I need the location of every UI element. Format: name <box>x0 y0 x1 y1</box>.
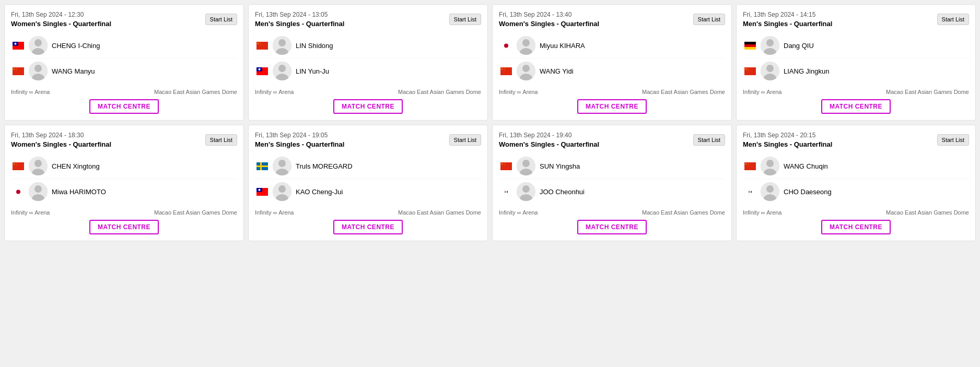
card-header-m2: Fri, 13th Sep 2024 - 13:05 Men's Singles… <box>255 11 481 28</box>
player2-name-m8: CHO Daeseong <box>784 188 832 196</box>
venue-row-m8: Infinity ∞ Arena Macao East Asian Games … <box>743 209 969 216</box>
svg-rect-6 <box>13 67 24 75</box>
match-card-m8: Fri, 13th Sep 2024 - 20:15 Men's Singles… <box>736 125 976 241</box>
player1-name-m3: Miyuu KIHARA <box>540 42 585 50</box>
match-title-m3: Women's Singles - Quarterfinal <box>499 20 599 28</box>
svg-rect-85 <box>500 162 512 170</box>
svg-point-92 <box>522 160 530 167</box>
match-date-m8: Fri, 13th Sep 2024 - 20:15 <box>743 132 832 139</box>
players-section-m1: CHENG I-Ching WANG Manyu <box>11 33 237 84</box>
player1-row-m1: CHENG I-Ching <box>11 33 237 58</box>
svg-point-97 <box>522 185 530 193</box>
start-list-button-m5[interactable]: Start List <box>205 134 237 146</box>
match-title-m4: Men's Singles - Quarterfinal <box>743 20 832 28</box>
start-list-button-m6[interactable]: Start List <box>449 134 481 146</box>
match-title-m1: Women's Singles - Quarterfinal <box>11 20 111 28</box>
player2-avatar-m1 <box>29 62 48 80</box>
svg-point-66 <box>34 160 42 167</box>
svg-rect-44 <box>744 42 756 44</box>
card-meta-m4: Fri, 13th Sep 2024 - 14:15 Men's Singles… <box>743 11 832 28</box>
svg-rect-35 <box>500 67 512 75</box>
match-date-m3: Fri, 13th Sep 2024 - 13:40 <box>499 11 599 18</box>
player2-avatar-m4 <box>761 62 779 80</box>
start-list-button-m8[interactable]: Start List <box>937 134 969 146</box>
player2-flag-m5 <box>11 186 26 197</box>
match-title-m8: Men's Singles - Quarterfinal <box>743 140 832 148</box>
match-card-m7: Fri, 13th Sep 2024 - 19:40 Women's Singl… <box>492 125 732 241</box>
match-centre-button-m5[interactable]: MATCH CENTRE <box>89 220 159 234</box>
player2-row-m2: LIN Yun-Ju <box>255 58 481 84</box>
venue1-m2: Infinity ∞ Arena <box>255 89 294 95</box>
player1-name-m5: CHEN Xingtong <box>52 162 100 170</box>
card-meta-m2: Fri, 13th Sep 2024 - 13:05 Men's Singles… <box>255 11 344 28</box>
venue1-m7: Infinity ∞ Arena <box>499 209 538 216</box>
player1-avatar-m6 <box>273 157 291 175</box>
player1-name-m4: Dang QIU <box>784 42 814 50</box>
players-section-m7: SUN Yingsha JOO Cheonhui <box>499 153 725 204</box>
player2-avatar-m8 <box>761 182 779 201</box>
player2-row-m1: WANG Manyu <box>11 58 237 84</box>
match-card-m1: Fri, 13th Sep 2024 - 12:30 Women's Singl… <box>4 4 244 121</box>
card-meta-m7: Fri, 13th Sep 2024 - 19:40 Women's Singl… <box>499 132 599 148</box>
players-section-m6: Truls MOREGARD KAO Cheng-Jui <box>255 153 481 204</box>
svg-rect-50 <box>744 67 756 75</box>
match-centre-button-m2[interactable]: MATCH CENTRE <box>333 99 403 114</box>
player1-avatar-m5 <box>29 157 48 175</box>
venue-row-m1: Infinity ∞ Arena Macao East Asian Games … <box>11 89 237 95</box>
player2-flag-m6 <box>255 186 270 197</box>
svg-point-33 <box>522 39 530 46</box>
match-centre-button-m3[interactable]: MATCH CENTRE <box>577 99 647 114</box>
match-title-m5: Women's Singles - Quarterfinal <box>11 140 111 148</box>
match-centre-button-m7[interactable]: MATCH CENTRE <box>577 220 647 234</box>
match-title-m7: Women's Singles - Quarterfinal <box>499 140 599 148</box>
venue1-m3: Infinity ∞ Arena <box>499 89 538 95</box>
svg-rect-46 <box>744 47 756 50</box>
match-centre-button-m4[interactable]: MATCH CENTRE <box>821 99 891 114</box>
matches-grid: Fri, 13th Sep 2024 - 12:30 Women's Singl… <box>0 0 980 245</box>
player1-avatar-m3 <box>517 36 535 55</box>
player1-flag-m4 <box>743 40 757 51</box>
player2-name-m6: KAO Cheng-Jui <box>296 188 343 196</box>
player1-row-m6: Truls MOREGARD <box>255 153 481 179</box>
player2-avatar-m6 <box>273 182 291 201</box>
venue-row-m5: Infinity ∞ Arena Macao East Asian Games … <box>11 209 237 216</box>
match-date-m6: Fri, 13th Sep 2024 - 19:05 <box>255 132 344 139</box>
player1-avatar-m1 <box>29 36 48 55</box>
card-header-m1: Fri, 13th Sep 2024 - 12:30 Women's Singl… <box>11 11 237 28</box>
venue2-m1: Macao East Asian Games Dome <box>154 89 237 95</box>
match-card-m5: Fri, 13th Sep 2024 - 18:30 Women's Singl… <box>4 125 244 241</box>
match-centre-button-m1[interactable]: MATCH CENTRE <box>89 99 159 114</box>
start-list-button-m3[interactable]: Start List <box>693 14 725 25</box>
svg-rect-59 <box>13 162 24 170</box>
player2-row-m7: JOO Cheonhui <box>499 179 725 204</box>
venue2-m4: Macao East Asian Games Dome <box>886 89 969 95</box>
player1-flag-m3 <box>499 40 514 51</box>
player2-avatar-m5 <box>29 182 48 201</box>
match-title-m6: Men's Singles - Quarterfinal <box>255 140 344 148</box>
start-list-button-m4[interactable]: Start List <box>937 14 969 25</box>
player1-avatar-m8 <box>761 157 779 175</box>
card-header-m8: Fri, 13th Sep 2024 - 20:15 Men's Singles… <box>743 132 969 148</box>
player2-row-m4: LIANG Jingkun <box>743 58 969 84</box>
player1-flag-m1 <box>11 40 26 51</box>
start-list-button-m2[interactable]: Start List <box>449 14 481 25</box>
svg-point-81 <box>259 188 261 191</box>
svg-rect-94 <box>500 188 512 196</box>
match-date-m5: Fri, 13th Sep 2024 - 18:30 <box>11 132 111 139</box>
player2-flag-m4 <box>743 66 757 76</box>
player1-name-m1: CHENG I-Ching <box>52 42 100 50</box>
svg-point-26 <box>259 68 261 70</box>
match-title-m2: Men's Singles - Quarterfinal <box>255 20 344 28</box>
card-meta-m8: Fri, 13th Sep 2024 - 20:15 Men's Singles… <box>743 132 832 148</box>
start-list-button-m7[interactable]: Start List <box>693 134 725 146</box>
svg-point-31 <box>504 43 508 48</box>
match-centre-button-m6[interactable]: MATCH CENTRE <box>333 220 403 234</box>
player1-row-m5: CHEN Xingtong <box>11 153 237 179</box>
match-centre-button-m8[interactable]: MATCH CENTRE <box>821 220 891 234</box>
venue1-m8: Infinity ∞ Arena <box>743 209 782 216</box>
player2-avatar-m3 <box>517 62 535 80</box>
start-list-button-m1[interactable]: Start List <box>205 14 237 25</box>
card-header-m3: Fri, 13th Sep 2024 - 13:40 Women's Singl… <box>499 11 725 28</box>
card-header-m4: Fri, 13th Sep 2024 - 14:15 Men's Singles… <box>743 11 969 28</box>
players-section-m8: WANG Chuqin CHO Daeseong <box>743 153 969 204</box>
